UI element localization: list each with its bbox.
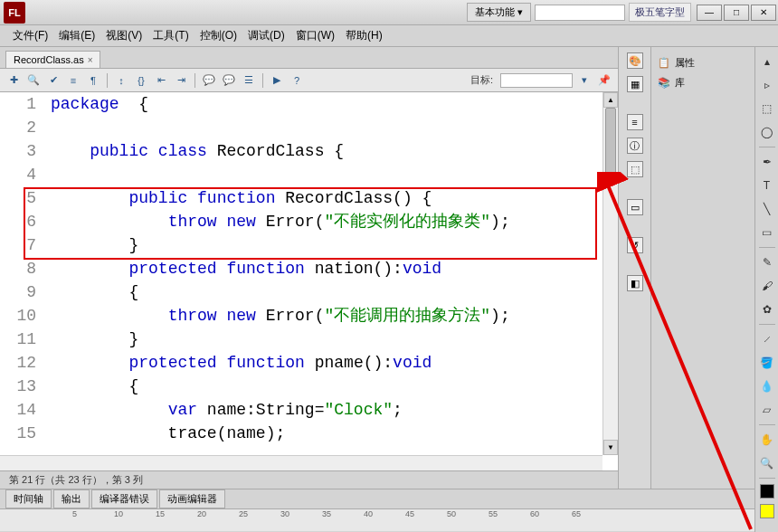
code-line[interactable]: var name:String="Clock"; bbox=[43, 398, 510, 422]
outdent-icon[interactable]: ⇤ bbox=[153, 72, 169, 89]
bookmark-icon[interactable]: ☰ bbox=[241, 72, 257, 89]
text-tool-icon[interactable]: T bbox=[758, 176, 776, 195]
vertical-scrollbar[interactable]: ▲ ▼ bbox=[602, 92, 618, 455]
menu-help[interactable]: 帮助(H) bbox=[340, 26, 388, 45]
code-line[interactable]: protected function nation():void bbox=[43, 257, 510, 280]
history-panel-icon[interactable]: ↺ bbox=[627, 237, 643, 253]
zoom-tool-icon[interactable]: 🔍 bbox=[758, 454, 776, 472]
pin-icon[interactable]: 📌 bbox=[596, 72, 612, 89]
comment-icon[interactable]: 💬 bbox=[201, 72, 217, 89]
tab-recordclass[interactable]: RecordClass.as × bbox=[5, 51, 100, 68]
ruler-tick: 35 bbox=[322, 509, 364, 518]
panel-label: 属性 bbox=[675, 56, 695, 70]
right-panel-dock: 🎨 ▦ ≡ ⓘ ⬚ ▭ ↺ ◧ 📋 属性 📚 库 bbox=[619, 47, 754, 489]
close-button[interactable]: ✕ bbox=[751, 5, 776, 21]
paint-bucket-tool-icon[interactable]: 🪣 bbox=[758, 354, 776, 372]
menu-tools[interactable]: 工具(T) bbox=[147, 26, 194, 45]
deco-tool-icon[interactable]: ✿ bbox=[758, 300, 776, 318]
collapse-icon[interactable]: ↕ bbox=[113, 72, 129, 89]
indent-icon[interactable]: ⇥ bbox=[173, 72, 189, 89]
code-line[interactable]: } bbox=[43, 328, 510, 351]
code-line[interactable]: throw new Error("不能实例化的抽象类"); bbox=[43, 210, 510, 233]
tab-motion-editor[interactable]: 动画编辑器 bbox=[159, 489, 225, 508]
maximize-button[interactable]: □ bbox=[724, 5, 749, 21]
code-line[interactable]: { bbox=[43, 280, 510, 304]
menu-edit[interactable]: 编辑(E) bbox=[53, 26, 100, 45]
transform-panel-icon[interactable]: ⬚ bbox=[627, 161, 643, 177]
tab-close-icon[interactable]: × bbox=[88, 55, 93, 65]
code-line[interactable] bbox=[43, 163, 510, 186]
scroll-down-icon[interactable]: ▼ bbox=[603, 440, 618, 455]
line-number: 15 bbox=[0, 422, 43, 445]
ruler-tick: 50 bbox=[447, 509, 489, 518]
status-bar: 第 21 行（共 23 行），第 3 列 bbox=[0, 470, 618, 489]
line-number: 4 bbox=[0, 163, 43, 186]
scroll-thumb[interactable] bbox=[605, 108, 616, 180]
panel-properties[interactable]: 📋 属性 bbox=[655, 52, 751, 72]
tab-compiler-errors[interactable]: 编译器错误 bbox=[91, 489, 157, 508]
swatches-panel-icon[interactable]: ▦ bbox=[627, 76, 643, 92]
line-number: 14 bbox=[0, 398, 43, 422]
target-input[interactable] bbox=[500, 73, 573, 88]
ruler-tick: 10 bbox=[114, 509, 156, 518]
add-icon[interactable]: ✚ bbox=[5, 72, 22, 89]
hand-tool-icon[interactable]: ✋ bbox=[758, 431, 776, 449]
check-icon[interactable]: ✔ bbox=[45, 72, 62, 89]
code-line[interactable]: } bbox=[43, 233, 510, 257]
eyedropper-tool-icon[interactable]: 💧 bbox=[758, 377, 776, 395]
horizontal-scrollbar[interactable] bbox=[0, 455, 602, 470]
code-line[interactable]: throw new Error("不能调用的抽象方法"); bbox=[43, 304, 510, 328]
stroke-color-swatch[interactable] bbox=[760, 484, 774, 499]
menu-file[interactable]: 文件(F) bbox=[7, 26, 53, 45]
code-line[interactable]: { bbox=[43, 375, 510, 398]
panel-library[interactable]: 📚 库 bbox=[655, 72, 751, 92]
code-editor[interactable]: 1package {23 public class RecordClass {4… bbox=[0, 92, 618, 470]
pen-tool-icon[interactable]: ✒ bbox=[758, 153, 776, 171]
menu-window[interactable]: 窗口(W) bbox=[290, 26, 340, 45]
timeline-ruler[interactable]: 5101520253035404550556065 bbox=[0, 509, 778, 531]
help-icon[interactable]: ? bbox=[289, 72, 305, 89]
panel-label: 库 bbox=[675, 76, 685, 90]
lasso-tool-icon[interactable]: ◯ bbox=[758, 123, 776, 141]
align-panel-icon[interactable]: ≡ bbox=[627, 114, 643, 130]
sample-panel-icon[interactable]: ◧ bbox=[627, 275, 643, 291]
code-line[interactable]: protected function pname():void bbox=[43, 351, 510, 375]
code-line[interactable]: public class RecordClass { bbox=[43, 139, 510, 163]
code-line[interactable] bbox=[43, 116, 510, 139]
info-panel-icon[interactable]: ⓘ bbox=[627, 138, 643, 154]
code-line[interactable]: package { bbox=[43, 92, 510, 116]
uncomment-icon[interactable]: 💬 bbox=[221, 72, 237, 89]
format-icon[interactable]: ≡ bbox=[65, 72, 81, 89]
eraser-tool-icon[interactable]: ▱ bbox=[758, 401, 776, 419]
scroll-up-icon[interactable]: ▲ bbox=[603, 92, 618, 108]
bone-tool-icon[interactable]: ⟋ bbox=[758, 330, 776, 348]
pencil-tool-icon[interactable]: ✎ bbox=[758, 253, 776, 271]
subselection-tool-icon[interactable]: ▹ bbox=[758, 76, 776, 94]
fill-color-swatch[interactable] bbox=[760, 504, 774, 518]
minimize-button[interactable]: — bbox=[697, 5, 722, 21]
line-number: 2 bbox=[0, 116, 43, 139]
brace-icon[interactable]: {} bbox=[133, 72, 149, 89]
target-dropdown-icon[interactable]: ▾ bbox=[576, 72, 593, 89]
rectangle-tool-icon[interactable]: ▭ bbox=[758, 223, 776, 242]
find-icon[interactable]: 🔍 bbox=[25, 72, 42, 89]
menu-control[interactable]: 控制(O) bbox=[194, 26, 242, 45]
hint-icon[interactable]: ¶ bbox=[85, 72, 101, 89]
color-panel-icon[interactable]: 🎨 bbox=[627, 52, 643, 69]
code-line[interactable]: trace(name); bbox=[43, 422, 510, 445]
selection-tool-icon[interactable]: ▴ bbox=[758, 52, 776, 71]
tab-timeline[interactable]: 时间轴 bbox=[5, 489, 52, 508]
line-tool-icon[interactable]: ╲ bbox=[758, 200, 776, 218]
free-transform-tool-icon[interactable]: ⬚ bbox=[758, 100, 776, 118]
menu-view[interactable]: 视图(V) bbox=[100, 26, 147, 45]
tab-output[interactable]: 输出 bbox=[53, 489, 90, 508]
components-panel-icon[interactable]: ▭ bbox=[627, 199, 643, 215]
bottom-panel: 时间轴 输出 编译器错误 动画编辑器 510152025303540455055… bbox=[0, 489, 778, 532]
search-input[interactable] bbox=[535, 5, 625, 21]
line-number: 9 bbox=[0, 280, 43, 304]
code-line[interactable]: public function RecordClass() { bbox=[43, 186, 510, 210]
workspace-switcher[interactable]: 基本功能 ▾ bbox=[467, 3, 531, 22]
debug-icon[interactable]: ▶ bbox=[269, 72, 285, 89]
brush-tool-icon[interactable]: 🖌 bbox=[758, 277, 776, 295]
menu-debug[interactable]: 调试(D) bbox=[242, 26, 290, 45]
